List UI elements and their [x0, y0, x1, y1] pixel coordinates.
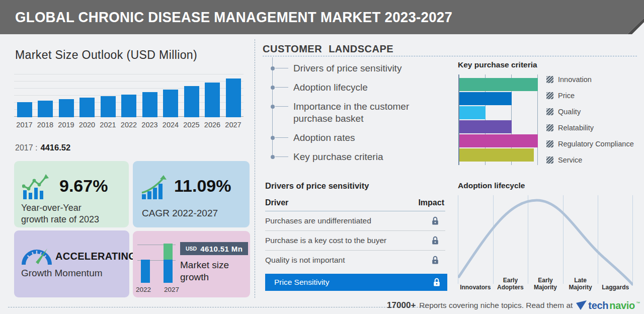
- bullet-dot-icon: [271, 155, 275, 159]
- legend-swatch-icon: [546, 124, 553, 131]
- market-size-callout: 2017 :4416.52: [15, 143, 70, 152]
- kpc-bar: [459, 148, 534, 162]
- col-impact: Impact: [418, 198, 445, 207]
- vertical-divider: [255, 39, 255, 298]
- report-count: 17000+: [387, 300, 416, 310]
- market-bar-column: 2020: [77, 72, 98, 129]
- speedometer-icon: [21, 243, 52, 268]
- market-bar-column: 2019: [56, 72, 76, 129]
- technavio-logo[interactable]: technavio ™: [576, 300, 640, 311]
- market-bar-column: 2017: [14, 72, 35, 129]
- badge-value: 4610.51 Mn: [200, 245, 243, 253]
- legend-item: Service: [546, 156, 634, 164]
- landscape-item-label: Drivers of price sensitivity: [293, 62, 401, 74]
- customer-landscape-underline: [263, 56, 637, 56]
- market-bar: [121, 95, 136, 117]
- market-bar: [101, 96, 116, 117]
- landscape-item: Importance in the customer purchase bask…: [271, 101, 448, 125]
- market-size-growth-card: 2022 2027 USD 4610.51 Mn Market size gro…: [133, 231, 250, 297]
- market-bar-column: 2024: [160, 72, 181, 129]
- landscape-item-label: Adoption lifecycle: [293, 82, 368, 94]
- footer-message: Reports covering niche topics. Read them…: [419, 301, 573, 310]
- market-bar-column: 2018: [35, 72, 56, 129]
- legend-label: Relatability: [558, 124, 594, 132]
- bullet-connector: [275, 137, 288, 138]
- market-bar: [142, 92, 157, 117]
- market-bars: 2017201820192020202120222023202420252026…: [14, 72, 244, 129]
- header-fold-decoration: [601, 0, 644, 34]
- market-bar: [38, 101, 53, 117]
- lock-icon: [431, 236, 445, 245]
- legend-item: Relatability: [546, 124, 634, 132]
- mini-year-right: 2027: [164, 286, 179, 293]
- landscape-item: Adoption rates: [271, 132, 448, 144]
- lifecycle-stage-label: Innovators: [458, 269, 493, 292]
- driver-label: Purchases are undifferentiated: [265, 216, 371, 225]
- landscape-item: Key purchase criteria: [271, 151, 448, 163]
- drivers-title: Drivers of price sensitivity: [265, 181, 369, 191]
- lifecycle-stage-label: Early Adopters: [493, 269, 528, 292]
- bullet-connector: [275, 87, 288, 88]
- legend-swatch-icon: [546, 140, 553, 147]
- year-label: 2027: [225, 121, 241, 129]
- market-bar: [59, 99, 74, 117]
- cagr-label: CAGR 2022-2027: [142, 207, 218, 219]
- lifecycle-stage-labels: InnovatorsEarly AdoptersEarly MajorityLa…: [458, 269, 633, 292]
- driver-row: Purchases are undifferentiated: [265, 211, 445, 231]
- market-bar-column: 2026: [202, 72, 223, 129]
- year-label: 2020: [79, 121, 95, 129]
- header-bar: GLOBAL CHRONIC DISEASE MANAGEMENT MARKET…: [0, 0, 644, 34]
- mini-year-left: 2022: [136, 286, 151, 293]
- landscape-item-label: Adoption rates: [293, 132, 355, 144]
- bullet-connector: [275, 106, 288, 107]
- market-bar-column: 2025: [181, 72, 202, 129]
- year-label: 2021: [100, 121, 116, 129]
- mini-bar-2022: [141, 260, 150, 283]
- kpc-bar: [459, 78, 538, 91]
- key-purchase-criteria-title: Key purchase criteria: [458, 60, 537, 69]
- legend-item: Price: [546, 92, 634, 100]
- bullet-connector: [275, 156, 288, 157]
- callout-value: 4416.52: [40, 143, 70, 152]
- landscape-item-label: Key purchase criteria: [293, 151, 383, 163]
- driver-row: Quality is not important: [265, 251, 445, 270]
- bullet-connector: [275, 68, 288, 68]
- mini-chart-years: 2022 2027: [136, 286, 179, 293]
- kpc-bars: [459, 74, 540, 165]
- market-bar: [17, 102, 32, 117]
- market-bar-column: 2022: [119, 72, 139, 129]
- customer-landscape-list: Drivers of price sensitivityAdoption lif…: [271, 62, 448, 163]
- momentum-label: Growth Momentum: [21, 268, 103, 279]
- year-label: 2017: [16, 121, 32, 129]
- market-size-chart: 2017201820192020202120222023202420252026…: [14, 72, 244, 129]
- market-bar: [79, 98, 95, 117]
- landscape-item: Adoption lifecycle: [271, 82, 448, 94]
- market-bar: [226, 78, 241, 117]
- market-bar-column: 2021: [98, 72, 118, 129]
- lock-icon: [431, 256, 445, 265]
- yoy-trend-icon: [22, 174, 54, 201]
- legend-label: Price: [558, 92, 575, 100]
- badge-currency: USD: [186, 246, 197, 252]
- customer-landscape-title: CUSTOMER LANDSCAPE: [263, 43, 393, 55]
- drivers-table-header: Driver Impact: [265, 198, 445, 211]
- market-bar: [205, 83, 220, 117]
- kpc-bar: [459, 120, 512, 133]
- legend-item: Quality: [546, 108, 634, 116]
- legend-item: Regulatory Compliance: [546, 140, 634, 148]
- trademark: ™: [636, 301, 640, 305]
- growth-label: Market size growth: [180, 259, 247, 283]
- legend-label: Quality: [558, 108, 581, 116]
- cagr-growth-icon: [141, 174, 170, 200]
- year-label: 2023: [141, 121, 157, 129]
- footer-divider: [8, 307, 426, 307]
- key-purchase-criteria-chart: [458, 74, 540, 165]
- page-title: GLOBAL CHRONIC DISEASE MANAGEMENT MARKET…: [15, 9, 452, 26]
- legend-label: Innovation: [558, 75, 592, 84]
- legend-swatch-icon: [546, 156, 553, 164]
- mini-bar-2027-base: [164, 260, 173, 283]
- adoption-lifecycle-title: Adoption lifecycle: [458, 181, 525, 190]
- yoy-value: 9.67%: [59, 176, 108, 196]
- year-label: 2025: [183, 121, 199, 129]
- usd-value-badge: USD 4610.51 Mn: [180, 242, 248, 255]
